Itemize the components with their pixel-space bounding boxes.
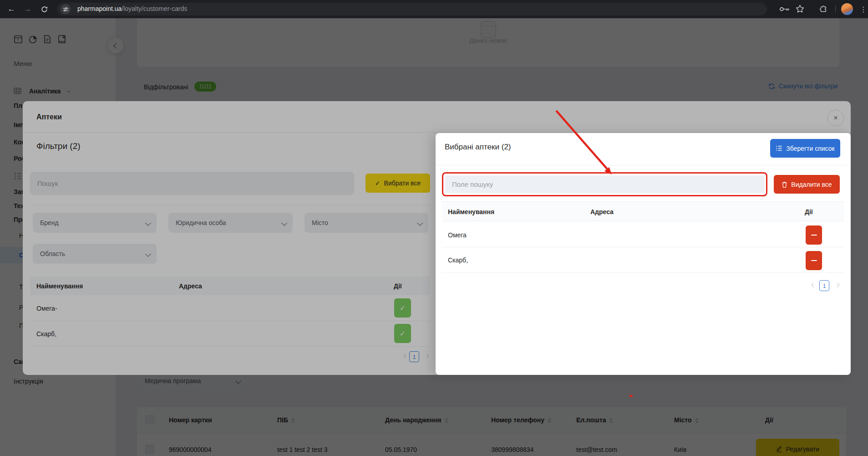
column-header: Дії	[805, 208, 813, 215]
panel-title: Вибрані аптеки (2)	[445, 143, 511, 152]
screen: ← → pharmapoint.ua/loyalty/customer-card…	[0, 0, 868, 456]
browser-menu-kebab-icon[interactable]: ⋮	[858, 3, 868, 15]
pagination-page-1[interactable]: 1	[819, 280, 829, 291]
minus-icon	[811, 235, 817, 236]
cell-pharmacy-name: Скарб,	[448, 256, 468, 264]
browser-reload-button[interactable]	[38, 3, 50, 15]
profile-avatar[interactable]	[841, 3, 853, 15]
app-page: Меню Аналітика Пла Імп Кон Роб Зам Тех П…	[0, 18, 868, 456]
browser-back-button[interactable]: ←	[5, 3, 17, 15]
toolbar-separator	[835, 5, 836, 13]
reload-icon	[41, 5, 48, 13]
pagination-prev-icon[interactable]	[812, 283, 816, 287]
site-settings-icon[interactable]	[61, 4, 71, 14]
column-header: Адреса	[590, 208, 614, 215]
selected-table-header-row	[442, 201, 844, 221]
save-list-button[interactable]: Зберегти список	[770, 139, 840, 158]
password-key-icon[interactable]	[779, 6, 790, 12]
minus-icon	[811, 260, 817, 261]
column-header: Найменування	[448, 208, 494, 215]
address-bar[interactable]: pharmapoint.ua/loyalty/customer-cards	[57, 3, 767, 15]
bookmark-star-icon[interactable]	[795, 4, 805, 14]
divider	[442, 272, 844, 273]
divider	[436, 165, 851, 165]
selected-search-input[interactable]	[445, 175, 765, 193]
remove-pharmacy-button[interactable]	[806, 225, 822, 245]
delete-all-button[interactable]: Видалити все	[774, 175, 840, 194]
browser-toolbar: ← → pharmapoint.ua/loyalty/customer-card…	[0, 0, 868, 18]
ordered-list-icon	[776, 145, 782, 152]
selected-pharmacies-panel: Вибрані аптеки (2) Зберегти список Видал…	[436, 133, 851, 375]
extensions-puzzle-icon[interactable]	[818, 5, 827, 14]
url-text: pharmapoint.ua/loyalty/customer-cards	[77, 5, 187, 12]
divider	[442, 247, 844, 247]
browser-forward-button[interactable]: →	[22, 3, 34, 15]
url-domain: pharmapoint.ua	[77, 5, 122, 12]
url-path: /loyalty/customer-cards	[122, 5, 187, 12]
pagination-next-icon[interactable]	[835, 283, 840, 287]
cell-pharmacy-name: Омега	[448, 231, 467, 239]
trash-icon	[782, 181, 787, 188]
remove-pharmacy-button[interactable]	[806, 251, 822, 270]
